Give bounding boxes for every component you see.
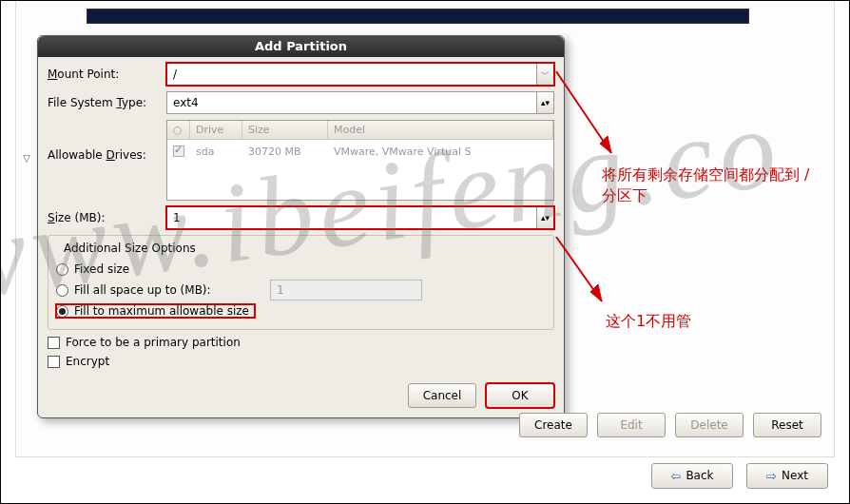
fs-type-label: File System Type: bbox=[48, 96, 166, 109]
fixed-size-option[interactable]: Fixed size bbox=[56, 262, 546, 276]
drive-row[interactable]: sda 30720 MB VMware, VMware Virtual S bbox=[167, 140, 553, 162]
arrow-left-icon: ⇦ bbox=[670, 469, 681, 483]
additional-size-options-group: Additional Size Options Fixed size Fill … bbox=[48, 235, 554, 330]
group-title: Additional Size Options bbox=[60, 242, 200, 255]
fill-max-option[interactable]: Fill to maximum allowable size bbox=[56, 304, 255, 318]
cancel-button[interactable]: Cancel bbox=[408, 383, 476, 408]
annotation-arrow bbox=[552, 233, 619, 319]
drives-header: ○ Drive Size Model bbox=[167, 121, 553, 140]
spinner-icon[interactable]: ▴▾ bbox=[536, 92, 553, 113]
mount-point-combo[interactable]: / ﹀ bbox=[166, 63, 554, 86]
radio-icon[interactable] bbox=[56, 284, 68, 297]
chevron-down-icon[interactable]: ﹀ bbox=[536, 64, 553, 85]
force-primary-checkbox[interactable]: Force to be a primary partition bbox=[48, 336, 554, 349]
size-label: Size (MB): bbox=[48, 211, 166, 224]
allowable-drives-label: Allowable Drives: bbox=[48, 120, 166, 162]
drive-checkbox[interactable] bbox=[173, 145, 184, 157]
fs-type-combo[interactable]: ext4 ▴▾ bbox=[166, 91, 554, 114]
annotation-text-bottom: 这个1不用管 bbox=[606, 311, 691, 332]
size-value: 1 bbox=[173, 211, 181, 224]
annotation-text-top: 将所有剩余存储空间都分配到 /分区下 bbox=[602, 165, 821, 207]
wizard-nav-bar: ⇦ Back ⇨ Next bbox=[1, 461, 849, 490]
size-input[interactable]: 1 ▴▾ bbox=[166, 206, 554, 229]
allowable-drives-list[interactable]: ○ Drive Size Model sda 30720 MB VMware, … bbox=[166, 120, 554, 201]
checkbox-icon[interactable] bbox=[48, 356, 60, 368]
checkbox-icon[interactable] bbox=[48, 337, 60, 349]
add-partition-dialog: Add Partition Mount Point: / ﹀ File Syst… bbox=[37, 35, 565, 418]
back-button[interactable]: ⇦ Back bbox=[651, 463, 733, 489]
radio-icon[interactable] bbox=[56, 263, 68, 276]
installer-header-stripe bbox=[87, 9, 749, 24]
mount-point-label: Mount Point: bbox=[48, 68, 166, 81]
dialog-title: Add Partition bbox=[38, 36, 564, 57]
ok-button[interactable]: OK bbox=[486, 383, 554, 408]
spinner-icon[interactable]: ▴▾ bbox=[536, 207, 553, 228]
tree-expander[interactable]: ▽ bbox=[20, 151, 33, 165]
annotation-arrow bbox=[552, 68, 628, 172]
fs-type-value: ext4 bbox=[173, 96, 199, 109]
radio-icon[interactable] bbox=[56, 305, 68, 318]
mount-point-value: / bbox=[173, 68, 177, 81]
edit-button: Edit bbox=[597, 413, 666, 437]
partition-action-bar: Create Edit Delete Reset bbox=[15, 411, 835, 439]
fill-up-to-input: 1 bbox=[270, 280, 422, 300]
encrypt-checkbox[interactable]: Encrypt bbox=[48, 355, 554, 368]
fill-up-to-option[interactable]: Fill all space up to (MB): 1 bbox=[56, 280, 546, 300]
delete-button: Delete bbox=[675, 413, 744, 437]
reset-button[interactable]: Reset bbox=[753, 413, 821, 437]
create-button[interactable]: Create bbox=[519, 413, 588, 437]
next-button[interactable]: ⇨ Next bbox=[746, 463, 828, 489]
arrow-right-icon: ⇨ bbox=[766, 469, 777, 483]
